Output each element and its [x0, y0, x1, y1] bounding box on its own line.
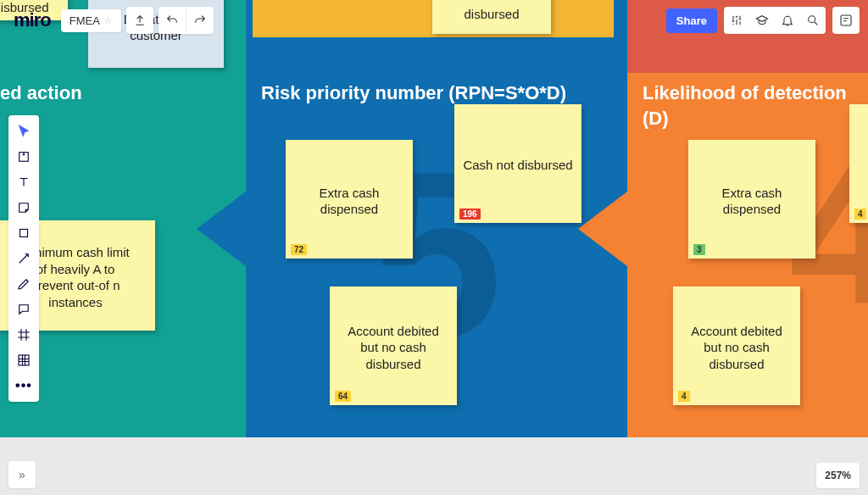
tool-comment[interactable] — [8, 297, 39, 322]
search-button[interactable] — [800, 7, 826, 34]
svg-point-0 — [809, 16, 815, 23]
template-icon — [16, 149, 31, 164]
tool-line[interactable] — [8, 246, 39, 271]
sticky-tag: 72 — [291, 244, 307, 255]
collapse-panel-button[interactable]: » — [8, 461, 36, 488]
sticky-text: disbursed — [464, 0, 519, 23]
text-icon — [16, 175, 31, 190]
svg-rect-1 — [841, 15, 851, 25]
export-button[interactable] — [126, 7, 153, 34]
sticky-account-debited-detection[interactable]: Account debited but no cash disbursed 4 — [673, 286, 800, 405]
share-button[interactable]: Share — [666, 8, 717, 33]
column-title: Risk priority number (RPN=S*O*D) — [261, 81, 612, 106]
side-toolbar: ••• — [8, 115, 39, 402]
sticky-tag: 3 — [693, 244, 705, 255]
undo-button[interactable] — [159, 7, 186, 34]
tool-shape[interactable] — [8, 220, 39, 246]
zoom-level[interactable]: 257% — [816, 463, 860, 488]
sticky-text: Extra cash dispensed — [697, 185, 807, 218]
board-name[interactable]: FMEA ☆ — [61, 9, 121, 32]
comment-list-icon — [838, 13, 854, 28]
notifications-button[interactable] — [775, 7, 800, 34]
sticky-text: Cash not disbursed — [463, 157, 572, 174]
sticky-tag: 196 — [459, 209, 481, 220]
board-name-text: FMEA — [70, 14, 100, 27]
sticky-text: Account debited but no cash disbursed — [338, 323, 448, 373]
cursor-icon — [16, 124, 31, 139]
tool-text[interactable] — [8, 170, 39, 195]
arrow-line-icon — [16, 251, 31, 266]
bottom-bar — [0, 437, 868, 495]
sticky-text: Extra cash dispensed — [294, 185, 404, 218]
sticky-right-edge-partial[interactable]: C di 4 — [849, 104, 868, 223]
sticky-extra-cash-rpn[interactable]: Extra cash dispensed 72 — [286, 140, 413, 259]
export-group — [126, 7, 153, 34]
tool-pen[interactable] — [8, 271, 39, 297]
tool-more[interactable]: ••• — [8, 373, 39, 398]
undo-icon — [165, 14, 179, 27]
grid-icon — [16, 353, 31, 368]
tool-sticky[interactable] — [8, 195, 39, 220]
upload-icon — [133, 14, 147, 27]
sticky-tag: 4 — [854, 209, 866, 220]
graduation-cap-icon — [755, 14, 769, 27]
tool-grid[interactable] — [8, 348, 39, 373]
tool-select[interactable] — [8, 119, 39, 144]
comment-icon — [16, 302, 31, 317]
miro-logo[interactable]: miro — [8, 8, 56, 33]
right-icon-group — [724, 7, 826, 34]
sticky-account-debited-rpn[interactable]: Account debited but no cash disbursed 64 — [330, 286, 457, 405]
sticky-disbursed-top[interactable]: disbursed — [432, 0, 551, 34]
top-toolbar: miro FMEA ☆ — [8, 7, 214, 34]
column-arrow-orange — [578, 192, 627, 266]
pen-icon — [16, 276, 31, 292]
bell-icon — [781, 14, 794, 27]
column-title: Likelihood of detection (D) — [643, 81, 853, 131]
sticky-cash-not-disbursed-rpn[interactable]: Cash not disbursed 196 — [454, 104, 581, 223]
column-arrow-blue — [197, 192, 246, 266]
sticky-tag: 4 — [678, 391, 690, 402]
tool-frame[interactable] — [8, 322, 39, 348]
sticky-extra-cash-detection[interactable]: Extra cash dispensed 3 — [688, 140, 815, 259]
comments-button[interactable] — [832, 7, 860, 34]
square-icon — [16, 225, 31, 241]
search-icon — [806, 14, 820, 27]
undo-redo-group — [159, 7, 214, 34]
svg-rect-4 — [19, 355, 29, 365]
svg-rect-3 — [20, 230, 28, 237]
sliders-icon — [730, 14, 743, 27]
tool-templates[interactable] — [8, 144, 39, 170]
redo-button[interactable] — [186, 7, 214, 34]
sticky-note-icon — [16, 200, 31, 215]
top-right-toolbar: Share — [666, 7, 860, 34]
academy-button[interactable] — [749, 7, 775, 34]
frame-icon — [16, 327, 31, 342]
sticky-tag: 64 — [335, 391, 351, 402]
star-icon[interactable]: ☆ — [103, 14, 113, 26]
settings-button[interactable] — [724, 7, 749, 34]
redo-icon — [193, 14, 207, 27]
column-title: ed action — [0, 81, 231, 106]
sticky-text: Account debited but no cash disbursed — [682, 323, 792, 373]
